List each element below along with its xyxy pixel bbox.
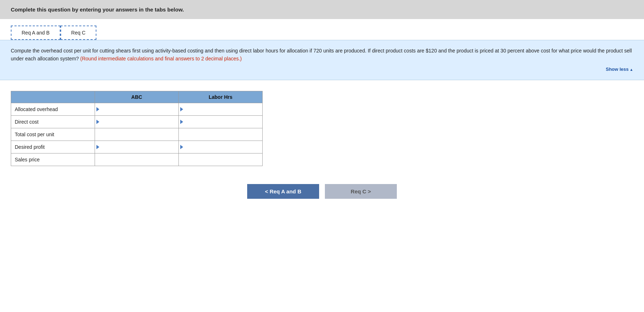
row-label-0: Allocated overhead: [11, 103, 95, 115]
abc-input-1[interactable]: [101, 116, 178, 128]
table-section: ABC Labor Hrs Allocated overheadDirect c…: [0, 87, 644, 177]
abc-input-4[interactable]: [101, 153, 178, 166]
abc-input-0[interactable]: [101, 103, 178, 115]
col-header-labor: Labor Hrs: [179, 91, 263, 103]
abc-cell-3[interactable]: [95, 141, 179, 153]
abc-cell-0[interactable]: [95, 103, 179, 115]
tab-req-c[interactable]: Req C: [60, 26, 96, 40]
abc-input-2[interactable]: [101, 128, 178, 141]
labor-arrow-icon-0: [180, 107, 183, 111]
col-header-label: [11, 91, 95, 103]
tab-req-c-label: Req C: [71, 30, 86, 36]
labor-input-2[interactable]: [185, 128, 262, 141]
instruction-text: Complete this question by entering your …: [11, 6, 184, 13]
labor-input-3[interactable]: [185, 141, 262, 153]
question-highlight-text: (Round intermediate calculations and fin…: [80, 56, 242, 61]
abc-input-3[interactable]: [101, 141, 178, 153]
page-wrapper: Complete this question by entering your …: [0, 0, 644, 312]
cost-table: ABC Labor Hrs Allocated overheadDirect c…: [11, 91, 263, 166]
labor-cell-1[interactable]: [179, 115, 263, 128]
abc-arrow-icon-1: [96, 120, 99, 124]
tab-req-ab-label: Req A and B: [22, 30, 50, 36]
labor-arrow-icon-1: [180, 120, 183, 124]
show-less-label: Show less: [606, 66, 629, 72]
tabs-area: Req A and B Req C: [0, 19, 644, 40]
instruction-banner: Complete this question by entering your …: [0, 0, 644, 19]
question-box: Compute the overhead cost per unit for c…: [0, 40, 644, 80]
show-less-button[interactable]: Show less ▲: [11, 66, 633, 73]
table-row: Allocated overhead: [11, 103, 263, 115]
prev-button[interactable]: < Req A and B: [247, 184, 319, 199]
row-label-3: Desired profit: [11, 141, 95, 153]
labor-cell-2[interactable]: [179, 128, 263, 141]
col-header-abc: ABC: [95, 91, 179, 103]
next-button[interactable]: Req C >: [325, 184, 397, 199]
labor-cell-0[interactable]: [179, 103, 263, 115]
tab-req-ab[interactable]: Req A and B: [11, 26, 60, 40]
labor-input-4[interactable]: [185, 153, 262, 166]
labor-input-1[interactable]: [185, 116, 262, 128]
labor-arrow-icon-3: [180, 145, 183, 149]
labor-input-0[interactable]: [185, 103, 262, 115]
show-less-arrow-icon: ▲: [629, 68, 633, 72]
labor-cell-4[interactable]: [179, 153, 263, 166]
table-row: Direct cost: [11, 115, 263, 128]
abc-arrow-icon-0: [96, 107, 99, 111]
abc-cell-1[interactable]: [95, 115, 179, 128]
table-row: Sales price: [11, 153, 263, 166]
table-row: Desired profit: [11, 141, 263, 153]
row-label-1: Direct cost: [11, 115, 95, 128]
labor-cell-3[interactable]: [179, 141, 263, 153]
table-row: Total cost per unit: [11, 128, 263, 141]
nav-buttons: < Req A and B Req C >: [0, 177, 644, 210]
abc-arrow-icon-3: [96, 145, 99, 149]
abc-cell-4[interactable]: [95, 153, 179, 166]
row-label-2: Total cost per unit: [11, 128, 95, 141]
row-label-4: Sales price: [11, 153, 95, 166]
abc-cell-2[interactable]: [95, 128, 179, 141]
